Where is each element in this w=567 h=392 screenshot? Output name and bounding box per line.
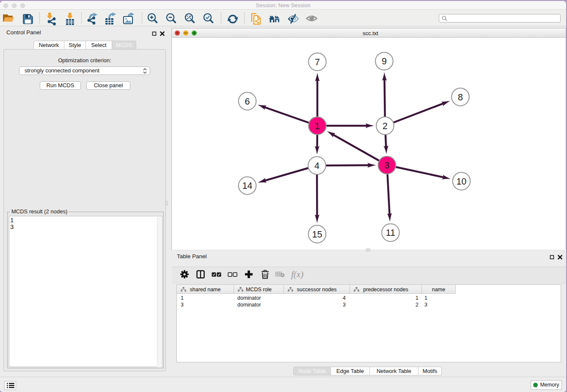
svg-text:10: 10 — [457, 177, 467, 187]
svg-text:9: 9 — [382, 56, 387, 66]
svg-text:8: 8 — [458, 92, 463, 102]
svg-text:7: 7 — [315, 57, 320, 67]
svg-text:14: 14 — [242, 181, 253, 191]
svg-text:4: 4 — [314, 161, 319, 171]
svg-text:11: 11 — [386, 228, 395, 238]
svg-text:2: 2 — [383, 121, 388, 131]
svg-text:1: 1 — [315, 121, 320, 131]
svg-text:3: 3 — [385, 160, 390, 171]
svg-text:6: 6 — [245, 97, 250, 107]
svg-text:15: 15 — [312, 229, 322, 240]
